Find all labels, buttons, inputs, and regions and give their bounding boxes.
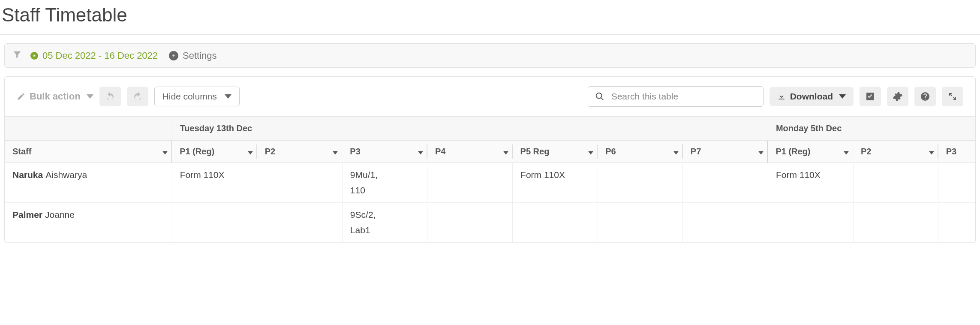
column-header-period[interactable]: P2: [257, 141, 343, 163]
play-icon: [30, 52, 38, 60]
timetable-cell[interactable]: [938, 163, 975, 203]
column-header-period[interactable]: P5 Reg: [513, 141, 598, 163]
timetable-cell[interactable]: [598, 203, 683, 243]
settings-label: Settings: [183, 50, 217, 61]
column-header-label: P2: [861, 147, 871, 156]
timetable-cell[interactable]: [172, 203, 257, 243]
download-label: Download: [790, 91, 833, 102]
staff-firstname: Joanne: [45, 210, 75, 220]
plus-circle-icon: [169, 51, 178, 60]
table-panel: Bulk action Hide columns Download: [4, 76, 976, 243]
caret-down-icon: [839, 94, 846, 99]
timetable-cell[interactable]: [768, 203, 853, 243]
day-header: Tuesday 13th Dec: [172, 117, 768, 141]
timetable-cell[interactable]: [598, 163, 683, 203]
timetable-cell[interactable]: Form 110X: [513, 163, 598, 203]
date-range-selector[interactable]: 05 Dec 2022 - 16 Dec 2022: [30, 50, 158, 61]
search-box[interactable]: [588, 86, 764, 107]
column-header-period[interactable]: P7: [683, 141, 768, 163]
table-row: NarukaAishwarya Form 110X 9Mu/1,110 Form…: [5, 163, 975, 203]
bulk-action-button[interactable]: Bulk action: [17, 91, 93, 102]
staff-cell[interactable]: NarukaAishwarya: [5, 163, 172, 203]
column-header-period[interactable]: P2: [853, 141, 938, 163]
filter-icon[interactable]: [12, 50, 22, 61]
staff-firstname: Aishwarya: [45, 170, 87, 180]
staff-surname: Naruka: [12, 170, 43, 180]
cell-value-sub: 110: [350, 185, 420, 196]
column-header-period[interactable]: P3: [342, 141, 427, 163]
timetable-cell[interactable]: Form 110X: [172, 163, 257, 203]
undo-icon: [105, 91, 115, 102]
cell-value: 9Mu/1,: [350, 170, 378, 180]
caret-down-icon: [331, 147, 338, 156]
column-header-period[interactable]: P3: [938, 141, 975, 163]
settings-gear-button[interactable]: [887, 87, 908, 106]
column-header-period[interactable]: P6: [598, 141, 683, 163]
column-header-period[interactable]: P1 (Reg): [172, 141, 257, 163]
cell-value: Form 110X: [520, 170, 565, 180]
caret-down-icon: [502, 147, 508, 156]
column-header-label: P6: [605, 147, 616, 156]
table-row: PalmerJoanne 9Sc/2,Lab1: [5, 203, 975, 243]
staff-cell[interactable]: PalmerJoanne: [5, 203, 172, 243]
expand-button[interactable]: [942, 87, 963, 106]
caret-down-icon: [927, 147, 934, 156]
timetable-cell[interactable]: [257, 163, 343, 203]
undo-button[interactable]: [99, 87, 121, 106]
page-title: Staff Timetable: [2, 4, 980, 26]
staff-surname: Palmer: [12, 210, 42, 220]
caret-down-icon: [87, 94, 93, 99]
expand-icon: [947, 91, 958, 102]
check-square-icon: [865, 91, 875, 102]
table-toolbar: Bulk action Hide columns Download: [5, 77, 975, 116]
caret-down-icon: [161, 147, 168, 156]
column-header-staff[interactable]: Staff: [5, 141, 172, 163]
title-divider: [0, 34, 980, 35]
timetable-cell[interactable]: [683, 203, 768, 243]
column-header-period[interactable]: P1 (Reg): [768, 141, 853, 163]
cell-value: Form 110X: [776, 170, 821, 180]
timetable-cell[interactable]: [427, 203, 513, 243]
timetable-cell[interactable]: [427, 163, 513, 203]
download-icon: [777, 92, 786, 101]
caret-down-icon: [246, 147, 253, 156]
download-button[interactable]: Download: [770, 87, 854, 106]
timetable-cell[interactable]: [853, 203, 938, 243]
column-header-label: P1 (Reg): [180, 147, 214, 156]
help-button[interactable]: [914, 87, 936, 106]
timetable-cell[interactable]: [257, 203, 343, 243]
bulk-action-label: Bulk action: [30, 91, 81, 102]
hide-columns-label: Hide columns: [162, 91, 217, 102]
timetable-cell[interactable]: [853, 163, 938, 203]
caret-down-icon: [416, 147, 423, 156]
cell-value-sub: Lab1: [350, 225, 420, 235]
hide-columns-dropdown[interactable]: Hide columns: [154, 87, 240, 106]
column-header-label: P4: [435, 147, 445, 156]
timetable-cell[interactable]: [683, 163, 768, 203]
caret-down-icon: [842, 147, 849, 156]
search-icon: [595, 92, 604, 101]
cell-value: Form 110X: [180, 170, 225, 180]
timetable-cell[interactable]: [938, 203, 975, 243]
caret-down-icon: [757, 147, 764, 156]
search-input[interactable]: [610, 91, 756, 102]
column-header-staff-label: Staff: [12, 147, 31, 156]
column-header-period[interactable]: P4: [427, 141, 513, 163]
column-header-label: P3: [946, 147, 956, 156]
column-header-label: P2: [265, 147, 275, 156]
timetable-cell[interactable]: 9Sc/2,Lab1: [342, 203, 427, 243]
date-range-label: 05 Dec 2022 - 16 Dec 2022: [42, 50, 158, 61]
settings-link[interactable]: Settings: [169, 50, 217, 61]
redo-button[interactable]: [127, 87, 148, 106]
gear-icon: [893, 91, 903, 102]
day-header-empty: [5, 117, 172, 141]
timetable-cell[interactable]: [513, 203, 598, 243]
timetable-cell[interactable]: 9Mu/1,110: [342, 163, 427, 203]
caret-down-icon: [586, 147, 593, 156]
timetable-cell[interactable]: Form 110X: [768, 163, 853, 203]
check-button[interactable]: [860, 87, 881, 106]
cell-value: 9Sc/2,: [350, 210, 376, 220]
redo-icon: [132, 91, 143, 102]
column-header-label: P1 (Reg): [776, 147, 810, 156]
day-header: Monday 5th Dec: [768, 117, 975, 141]
